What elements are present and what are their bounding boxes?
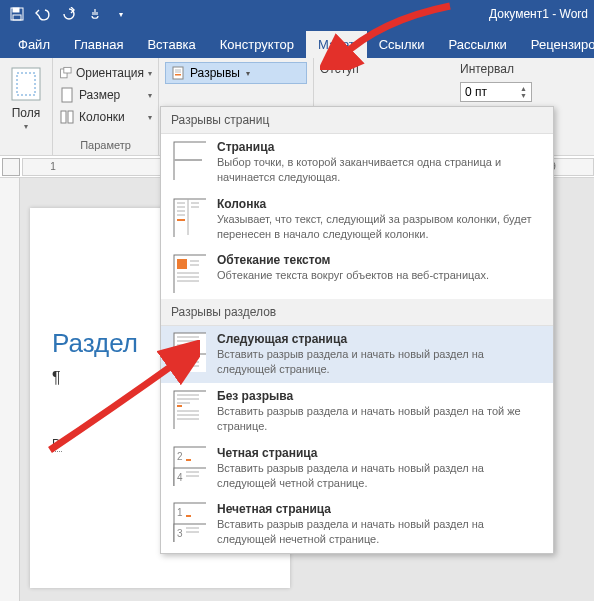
- page-setup-label: Параметр: [59, 139, 152, 153]
- save-icon[interactable]: [6, 3, 28, 25]
- menu-item-desc: Выбор точки, в которой заканчивается одн…: [217, 155, 543, 185]
- menu-item-title: Обтекание текстом: [217, 253, 543, 267]
- menu-item-desc: Обтекание текста вокруг объектов на веб-…: [217, 268, 543, 283]
- orientation-label: Ориентация: [76, 66, 144, 80]
- qat-customize-icon[interactable]: ▾: [110, 3, 132, 25]
- menu-item-desc: Вставить разрыв раздела и начать новый р…: [217, 517, 543, 547]
- margins-icon: [6, 64, 46, 104]
- tab-insert[interactable]: Вставка: [135, 31, 207, 58]
- menu-item-continuous[interactable]: Без разрыва Вставить разрыв раздела и на…: [161, 383, 553, 440]
- spacing-label: Интервал: [460, 62, 588, 82]
- annotation-arrow-1: [320, 0, 460, 70]
- vertical-ruler[interactable]: [0, 178, 20, 601]
- svg-text:4: 4: [177, 472, 183, 483]
- menu-header-page-breaks: Разрывы страниц: [161, 107, 553, 134]
- undo-icon[interactable]: [32, 3, 54, 25]
- svg-rect-60: [186, 515, 191, 517]
- columns-icon: [59, 109, 75, 125]
- svg-rect-8: [61, 111, 66, 123]
- odd-page-break-icon: 13: [171, 502, 207, 542]
- title-bar: ▾ Документ1 - Word: [0, 0, 594, 28]
- chevron-down-icon: ▾: [246, 69, 250, 78]
- page-setup-group: Ориентация▾ Размер▾ Колонки▾ Параметр: [53, 58, 159, 155]
- spacing-before-input[interactable]: 0 пт ▲▼: [460, 82, 532, 102]
- column-break-icon: [171, 197, 207, 237]
- menu-item-page[interactable]: Страница Выбор точки, в которой заканчив…: [161, 134, 553, 191]
- touch-mode-icon[interactable]: [84, 3, 106, 25]
- menu-item-title: Четная страница: [217, 446, 543, 460]
- page-break-icon: [171, 140, 207, 180]
- svg-rect-10: [173, 67, 183, 79]
- menu-item-title: Нечетная страница: [217, 502, 543, 516]
- chevron-down-icon: ▾: [148, 113, 152, 122]
- svg-text:1: 1: [177, 507, 183, 518]
- menu-item-desc: Вставить разрыв раздела и начать новый р…: [217, 404, 543, 434]
- menu-item-title: Колонка: [217, 197, 543, 211]
- svg-rect-26: [177, 259, 187, 269]
- margins-button[interactable]: Поля ▾: [0, 58, 53, 155]
- menu-header-section-breaks: Разрывы разделов: [161, 299, 553, 326]
- svg-rect-18: [177, 219, 185, 221]
- columns-button[interactable]: Колонки▾: [59, 106, 152, 128]
- menu-item-desc: Вставить разрыв раздела и начать новый р…: [217, 347, 543, 377]
- menu-item-title: Страница: [217, 140, 543, 154]
- menu-item-desc: Вставить разрыв раздела и начать новый р…: [217, 461, 543, 491]
- menu-item-even-page[interactable]: 24 Четная страница Вставить разрыв разде…: [161, 440, 553, 497]
- size-icon: [59, 87, 75, 103]
- tab-design[interactable]: Конструктор: [208, 31, 306, 58]
- svg-rect-1: [13, 8, 19, 12]
- chevron-down-icon: ▾: [148, 91, 152, 100]
- document-title: Документ1 - Word: [489, 7, 588, 21]
- spinner-arrows-icon: ▲▼: [520, 85, 527, 99]
- menu-item-title: Без разрыва: [217, 389, 543, 403]
- svg-rect-16: [174, 199, 206, 237]
- menu-item-title: Следующая страница: [217, 332, 543, 346]
- svg-text:3: 3: [177, 528, 183, 539]
- breaks-label: Разрывы: [190, 66, 240, 80]
- annotation-arrow-2: [40, 340, 200, 460]
- chevron-down-icon: ▾: [148, 69, 152, 78]
- breaks-button[interactable]: Разрывы ▾: [165, 62, 307, 84]
- breaks-menu: Разрывы страниц Страница Выбор точки, в …: [160, 106, 554, 554]
- tab-file[interactable]: Файл: [6, 31, 62, 58]
- menu-item-column[interactable]: Колонка Указывает, что текст, следующий …: [161, 191, 553, 248]
- menu-item-desc: Указывает, что текст, следующий за разры…: [217, 212, 543, 242]
- svg-rect-9: [68, 111, 73, 123]
- quick-access-toolbar: ▾: [6, 3, 132, 25]
- tab-selector[interactable]: [2, 158, 20, 176]
- svg-rect-2: [13, 15, 21, 20]
- tab-home[interactable]: Главная: [62, 31, 135, 58]
- menu-item-odd-page[interactable]: 13 Нечетная страница Вставить разрыв раз…: [161, 496, 553, 553]
- margins-label: Поля: [12, 106, 41, 120]
- columns-label: Колонки: [79, 110, 125, 124]
- tab-review[interactable]: Рецензирован: [519, 31, 594, 58]
- size-label: Размер: [79, 88, 120, 102]
- breaks-icon: [172, 66, 186, 80]
- orientation-icon: [59, 65, 72, 81]
- svg-rect-6: [64, 67, 71, 73]
- menu-item-next-page[interactable]: Следующая страница Вставить разрыв разде…: [161, 326, 553, 383]
- redo-icon[interactable]: [58, 3, 80, 25]
- menu-item-text-wrapping[interactable]: Обтекание текстом Обтекание текста вокру…: [161, 247, 553, 299]
- text-wrapping-break-icon: [171, 253, 207, 293]
- ribbon-tabs: Файл Главная Вставка Конструктор Макет С…: [0, 28, 594, 58]
- orientation-button[interactable]: Ориентация▾: [59, 62, 152, 84]
- spacing-before-value: 0 пт: [465, 85, 487, 99]
- svg-rect-7: [62, 88, 72, 102]
- size-button[interactable]: Размер▾: [59, 84, 152, 106]
- svg-rect-13: [175, 74, 181, 76]
